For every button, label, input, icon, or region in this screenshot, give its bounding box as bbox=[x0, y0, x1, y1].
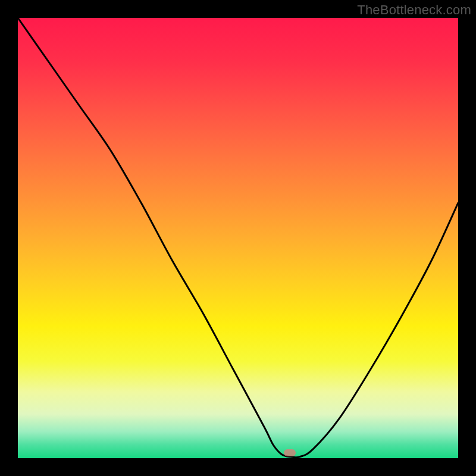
chart-container: TheBottleneck.com bbox=[0, 0, 476, 476]
highlight-marker bbox=[284, 449, 296, 456]
plot-area bbox=[18, 18, 458, 458]
watermark-text: TheBottleneck.com bbox=[357, 2, 471, 18]
gradient-background bbox=[18, 18, 458, 458]
bottleneck-chart bbox=[18, 18, 458, 458]
